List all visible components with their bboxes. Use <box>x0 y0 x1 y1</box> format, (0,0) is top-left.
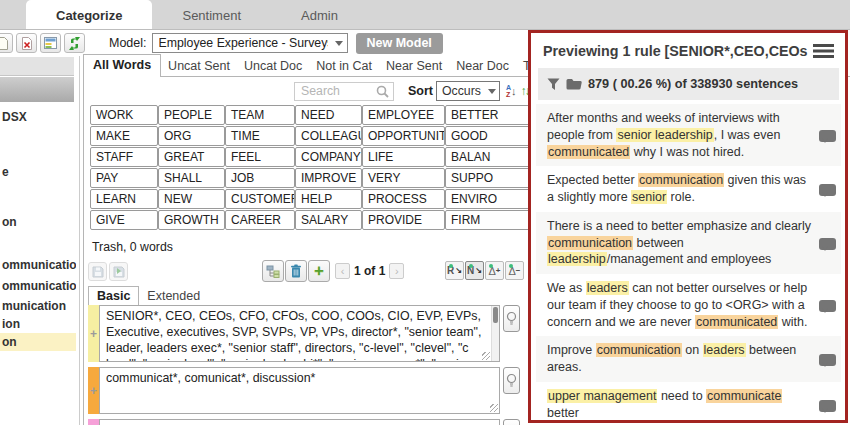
sidebar-item[interactable]: ommunication <box>0 277 76 295</box>
word-cell[interactable]: OPPORTUNITY <box>362 126 445 146</box>
tree-view-button[interactable] <box>262 260 284 282</box>
rule-row-add-handle[interactable]: + <box>88 367 99 414</box>
sentence-row[interactable]: Expected better communication given this… <box>536 166 841 212</box>
word-cell[interactable]: HELP <box>295 189 362 209</box>
tab-uncat-doc[interactable]: Uncat Doc <box>237 56 309 77</box>
scrollbar[interactable] <box>491 306 499 361</box>
word-cell[interactable]: MAKE <box>90 126 158 146</box>
sentence-row[interactable]: We as leaders can not better ourselves o… <box>536 274 841 336</box>
comment-icon[interactable] <box>819 130 836 142</box>
document-button[interactable] <box>0 33 13 53</box>
sidebar-item[interactable]: ommunication <box>0 256 76 274</box>
word-cell[interactable]: LIFE <box>362 147 445 167</box>
sentence-row[interactable]: There is a need to better emphasize and … <box>536 212 841 274</box>
word-cell[interactable]: FEEL <box>225 147 295 167</box>
n-match-button[interactable]: N↘ <box>465 261 484 280</box>
word-cell[interactable]: ORG <box>158 126 225 146</box>
sidebar-item[interactable]: on <box>0 213 76 231</box>
word-cell[interactable]: JOB <box>225 168 295 188</box>
word-cell[interactable]: TEAM <box>225 105 295 125</box>
sidebar-item[interactable]: DSX <box>0 108 76 126</box>
word-cell[interactable]: COLLEAGUE <box>295 126 362 146</box>
save-as-button[interactable] <box>109 262 128 281</box>
green-dot-icon <box>489 264 493 268</box>
tab-extended[interactable]: Extended <box>139 287 208 305</box>
sentence-row[interactable]: Improve communication on leaders between… <box>536 336 841 382</box>
rule-prev-button[interactable]: ‹ <box>335 263 350 279</box>
word-cell[interactable]: PEOPLE <box>158 105 225 125</box>
resize-handle-icon[interactable] <box>482 352 490 360</box>
sidebar-item[interactable]: munication <box>0 297 76 315</box>
highlighted-match: communication <box>638 173 724 187</box>
rule-row-add-handle[interactable] <box>88 419 99 425</box>
word-cell[interactable]: GREAT <box>158 147 225 167</box>
word-cell[interactable]: PAY <box>90 168 158 188</box>
menu-button[interactable] <box>812 43 836 59</box>
sentence-row[interactable]: After months and weeks of interviews wit… <box>536 104 841 166</box>
word-cell[interactable]: CAREER <box>225 210 295 230</box>
sidebar-item[interactable]: e <box>0 163 76 181</box>
refresh-button[interactable] <box>64 33 85 53</box>
rule-and-input[interactable]: insert AND condition words here <box>99 419 500 425</box>
word-cell[interactable]: CUSTOMER <box>225 189 295 209</box>
word-cell[interactable]: STAFF <box>90 147 158 167</box>
sort-label: Sort <box>408 84 433 98</box>
word-cell[interactable]: SALARY <box>295 210 362 230</box>
comment-icon[interactable] <box>819 184 836 196</box>
rule-row-add-handle[interactable]: + <box>88 305 99 362</box>
tab-all-words[interactable]: All Words <box>83 54 161 77</box>
rule-next-button[interactable]: › <box>389 263 404 279</box>
resize-handle-icon[interactable] <box>490 404 498 412</box>
word-cell[interactable]: COMPANY <box>295 147 362 167</box>
word-cell[interactable]: SHALL <box>158 168 225 188</box>
comment-icon[interactable] <box>819 238 836 250</box>
report-layout-button[interactable] <box>40 33 61 53</box>
tab-not-in-cat[interactable]: Not in Cat <box>309 56 379 77</box>
comment-icon[interactable] <box>819 354 836 366</box>
sidebar-item[interactable]: ion <box>0 315 76 333</box>
word-cell[interactable]: LEARN <box>90 189 158 209</box>
rule-terms-input-2[interactable]: communicat*, comunicat*, discussion* <box>99 367 500 414</box>
tab-near-sent[interactable]: Near Sent <box>379 56 449 77</box>
sidebar-item[interactable]: on <box>0 333 76 351</box>
trash-icon <box>290 264 302 278</box>
r-match-button[interactable]: R↘ <box>445 261 464 280</box>
delete-document-button[interactable] <box>16 33 37 53</box>
comment-icon[interactable] <box>819 400 836 412</box>
tab-admin[interactable]: Admin <box>271 0 368 29</box>
tab-near-doc[interactable]: Near Doc <box>449 56 516 77</box>
model-select[interactable]: Employee Experience - Surveys I <box>152 33 348 53</box>
word-cell[interactable]: NEED <box>295 105 362 125</box>
save-button[interactable] <box>88 262 107 281</box>
tab-basic[interactable]: Basic <box>88 286 139 305</box>
word-cell[interactable]: IMPROVE <box>295 168 362 188</box>
word-cell[interactable]: PROCESS <box>362 189 445 209</box>
sidebar-collapsed-header-2[interactable] <box>0 77 74 102</box>
sort-select[interactable]: Occurs <box>436 81 500 101</box>
word-cell[interactable]: NEW <box>158 189 225 209</box>
word-cell[interactable]: EMPLOYEE <box>362 105 445 125</box>
scrollbar-thumb[interactable] <box>493 307 498 323</box>
word-cell[interactable]: TIME <box>225 126 295 146</box>
word-cell[interactable]: GIVE <box>90 210 158 230</box>
trash-button[interactable] <box>285 260 307 282</box>
collapse-triangle-button[interactable]: Δ− <box>505 261 524 280</box>
word-cell[interactable]: VERY <box>362 168 445 188</box>
word-cell[interactable]: PROVIDE <box>362 210 445 230</box>
suggest-button[interactable] <box>503 419 520 425</box>
rule-terms-input[interactable]: SENIOR*, CEO, CEOs, CFO, CFOs, COO, COOs… <box>99 305 500 362</box>
comment-icon[interactable] <box>819 300 836 312</box>
tab-uncat-sent[interactable]: Uncat Sent <box>161 56 237 77</box>
word-cell[interactable]: GROWTH <box>158 210 225 230</box>
expand-triangle-button[interactable]: Δ+ <box>485 261 504 280</box>
sentence-row[interactable]: upper management need to communicate bet… <box>536 382 841 423</box>
search-input[interactable]: Search <box>294 82 394 101</box>
suggest-button[interactable] <box>503 367 520 394</box>
word-cell[interactable]: WORK <box>90 105 158 125</box>
tab-sentiment[interactable]: Sentiment <box>152 0 271 29</box>
add-category-button[interactable]: + <box>308 260 330 282</box>
tab-categorize[interactable]: Categorize <box>26 0 152 29</box>
suggest-button[interactable] <box>503 305 520 332</box>
new-model-button[interactable]: New Model <box>356 33 443 54</box>
sidebar-collapsed-header[interactable] <box>0 57 74 76</box>
